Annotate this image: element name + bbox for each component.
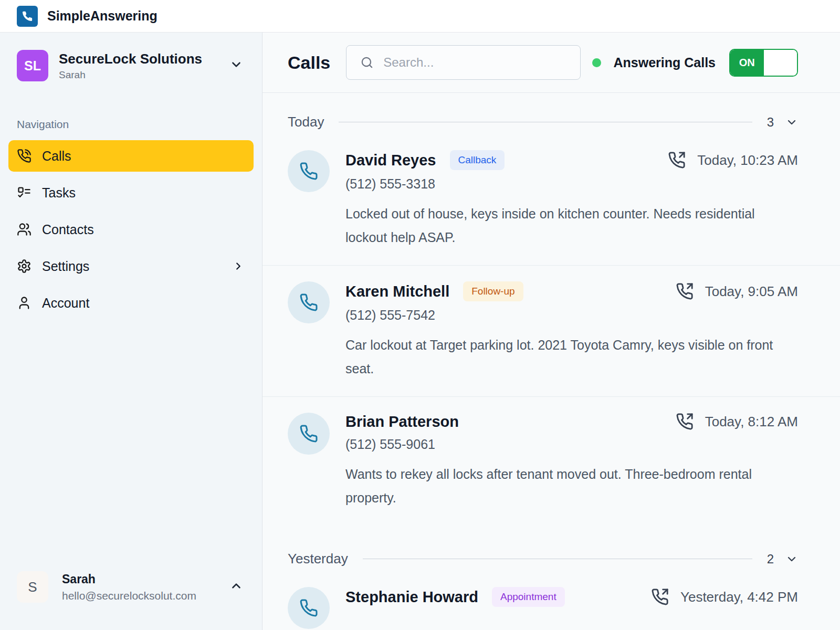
phone-icon [22, 10, 33, 22]
workspace-member: Sarah [59, 69, 202, 81]
user-menu[interactable]: S Sarah hello@securelocksolut.com [0, 571, 262, 630]
page-title: Calls [288, 52, 330, 73]
chevron-up-icon[interactable] [229, 579, 243, 595]
section-divider [363, 559, 752, 559]
gear-icon [17, 259, 32, 274]
caller-phone: (512) 555-9061 [345, 437, 798, 452]
sidebar-item-label: Contacts [42, 222, 94, 237]
user-avatar: S [17, 571, 48, 603]
sidebar-item-label: Account [42, 296, 89, 311]
section-header: Yesterday 2 [262, 526, 840, 571]
caller-phone: (512) 555-7542 [345, 308, 798, 323]
toggle-knob [764, 50, 797, 76]
user-icon [17, 296, 32, 310]
status-dot-icon [592, 58, 601, 67]
top-bar: SimpleAnswering [0, 0, 840, 33]
sidebar-item-calls[interactable]: Calls [8, 140, 254, 172]
nav-section-label: Navigation [17, 118, 262, 131]
app-logo [17, 6, 38, 27]
phone-avatar-icon [288, 150, 330, 192]
search-box [346, 45, 581, 80]
call-time: Today, 8:12 AM [705, 414, 798, 430]
chevron-down-icon[interactable] [785, 116, 798, 129]
section-count: 2 [767, 552, 774, 566]
sidebar-nav: Calls Tasks Contacts Settings [0, 140, 262, 319]
workspace-name: SecureLock Solutions [59, 50, 202, 67]
search-icon [360, 56, 374, 69]
sidebar-item-account[interactable]: Account [8, 287, 254, 319]
caller-name: Brian Patterson [345, 413, 459, 430]
sidebar-item-label: Settings [42, 259, 89, 274]
answering-toggle[interactable]: ON [729, 49, 798, 77]
call-badge: Follow-up [463, 281, 523, 301]
section-label: Today [288, 114, 324, 130]
workspace-avatar: SL [17, 50, 48, 81]
phone-outgoing-icon [676, 413, 694, 430]
phone-avatar-icon [288, 413, 330, 455]
call-row[interactable]: David Reyes Callback Today, 10:23 AM (51… [262, 134, 840, 265]
caller-name: David Reyes [345, 152, 436, 169]
call-time: Yesterday, 4:42 PM [680, 589, 798, 605]
user-email: hello@securelocksolut.com [62, 590, 196, 602]
users-icon [17, 222, 32, 237]
workspace-switcher[interactable]: SL SecureLock Solutions Sarah [0, 33, 262, 81]
call-note: Car lockout at Target parking lot. 2021 … [345, 333, 798, 381]
sidebar-item-label: Calls [42, 149, 71, 164]
caller-phone: (512) 555-3318 [345, 176, 798, 192]
sidebar-item-settings[interactable]: Settings [8, 250, 254, 282]
answering-status: Answering Calls ON [592, 49, 799, 77]
section-header: Today 3 [262, 93, 840, 134]
phone-outgoing-icon [668, 151, 686, 169]
call-time: Today, 10:23 AM [697, 152, 798, 169]
chevron-down-icon[interactable] [229, 58, 243, 74]
phone-avatar-icon [288, 281, 330, 323]
main-panel: Calls Answering Calls ON Today 3 [262, 33, 840, 630]
sidebar: SL SecureLock Solutions Sarah Navigation… [0, 33, 262, 630]
call-row[interactable]: Stephanie Howard Appointment Yesterday, … [262, 571, 840, 630]
sidebar-item-tasks[interactable]: Tasks [8, 177, 254, 208]
chevron-right-icon [233, 260, 244, 272]
user-name: Sarah [62, 572, 196, 586]
caller-name: Stephanie Howard [345, 589, 478, 606]
phone-call-icon [17, 149, 32, 163]
phone-outgoing-icon [676, 282, 694, 300]
search-input[interactable] [383, 55, 570, 70]
call-badge: Callback [450, 150, 505, 170]
call-badge: Appointment [492, 587, 565, 607]
phone-avatar-icon [288, 587, 330, 629]
section-label: Yesterday [288, 551, 348, 567]
main-header: Calls Answering Calls ON [262, 33, 840, 93]
chevron-down-icon[interactable] [785, 553, 798, 565]
app-title: SimpleAnswering [47, 8, 158, 24]
section-count: 3 [767, 115, 774, 130]
sidebar-item-label: Tasks [42, 185, 76, 201]
checklist-icon [17, 185, 32, 200]
call-note: Locked out of house, keys inside on kitc… [345, 202, 798, 249]
phone-outgoing-icon [651, 588, 669, 606]
call-time: Today, 9:05 AM [705, 284, 798, 300]
sidebar-item-contacts[interactable]: Contacts [8, 214, 254, 245]
call-row[interactable]: Brian Patterson Today, 8:12 AM (512) 555… [262, 396, 840, 526]
toggle-on-label: ON [730, 50, 764, 76]
call-row[interactable]: Karen Mitchell Follow-up Today, 9:05 AM … [262, 265, 840, 396]
status-label: Answering Calls [614, 55, 716, 70]
calls-list: Today 3 David Reyes Callback Today, 10:2… [262, 93, 840, 630]
section-divider [339, 122, 752, 122]
caller-name: Karen Mitchell [345, 283, 449, 300]
call-note: Wants to rekey all locks after tenant mo… [345, 463, 798, 510]
